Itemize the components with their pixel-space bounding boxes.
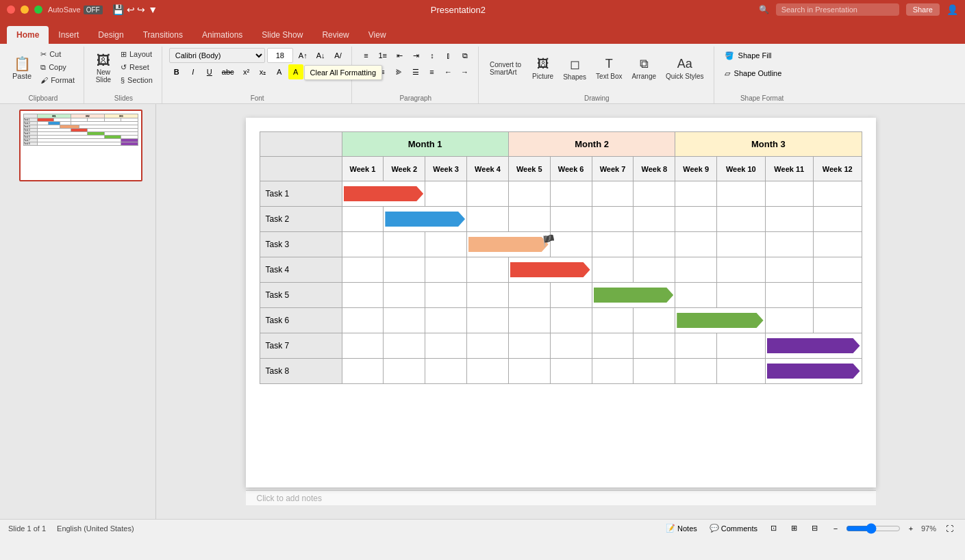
ltr-button[interactable]: → [458, 64, 473, 79]
decrease-indent-button[interactable]: ⇤ [392, 48, 407, 63]
vertical-align-button[interactable]: ≡ [425, 64, 440, 79]
format-button[interactable]: 🖌 Format [37, 74, 78, 86]
columns-button[interactable]: ⫿ [441, 48, 456, 63]
titlebar-left: AutoSave OFF 💾 ↩ ↪ ▼ [7, 4, 158, 15]
paste-button[interactable]: 📋 Paste [8, 48, 36, 89]
section-button[interactable]: § Section [117, 74, 156, 86]
tab-home[interactable]: Home [7, 26, 49, 44]
tab-review[interactable]: Review [312, 26, 358, 44]
clear-formatting-button[interactable]: A/ Clear All Formatting [331, 48, 346, 63]
slide-area: Month 1 Month 2 Month 3 Week 1 Week 2 We… [156, 104, 965, 519]
notes-button[interactable]: 📝 Notes [662, 522, 701, 535]
copy-button[interactable]: ⧉ Copy [37, 61, 78, 73]
close-button[interactable] [7, 5, 15, 14]
font-color-button[interactable]: A [272, 64, 287, 79]
picture-button[interactable]: 🖼 Picture [528, 48, 557, 89]
comments-button[interactable]: 💬 Comments [706, 522, 761, 535]
slide-canvas[interactable]: Month 1 Month 2 Month 3 Week 1 Week 2 We… [246, 118, 876, 487]
line-spacing-button[interactable]: ↕ [425, 48, 440, 63]
font-size-increase-button[interactable]: A↑ [295, 48, 311, 63]
language-info: English (United States) [57, 524, 134, 533]
cut-button[interactable]: ✂ Cut [37, 48, 78, 60]
week12-header: Week 12 [813, 157, 862, 181]
new-slide-button[interactable]: 🖼 NewSlide [91, 48, 116, 89]
reset-button[interactable]: ↺ Reset [117, 61, 156, 73]
grid-view-button[interactable]: ⊞ [787, 521, 802, 536]
comments-icon: 💬 [710, 524, 719, 533]
picture-label: Picture [532, 73, 553, 80]
cut-label: Cut [49, 50, 61, 58]
shape-outline-button[interactable]: ▱ Shape Outline [721, 66, 803, 81]
notes-area[interactable]: Click to add notes [246, 490, 876, 505]
shape-fill-button[interactable]: 🪣 Shape Fill [721, 48, 803, 63]
picture-icon: 🖼 [537, 57, 549, 71]
maximize-button[interactable] [34, 5, 42, 14]
zoom-slider[interactable] [846, 523, 901, 534]
account-icon[interactable]: 👤 [947, 4, 958, 15]
subscript-button[interactable]: x₂ [255, 64, 271, 79]
quickstyles-label: Quick Styles [666, 73, 704, 80]
tab-animations[interactable]: Animations [192, 26, 252, 44]
superscript-button[interactable]: x² [239, 64, 254, 79]
italic-button[interactable]: I [186, 64, 201, 79]
paste-icon: 📋 [14, 57, 31, 71]
arrange-button[interactable]: ⧉ Arrange [627, 48, 660, 89]
layout-button[interactable]: ⊞ Layout [117, 48, 156, 60]
week4-header: Week 4 [467, 157, 509, 181]
increase-indent-button[interactable]: ⇥ [408, 48, 423, 63]
minimize-button[interactable] [21, 5, 29, 14]
tab-design[interactable]: Design [88, 26, 133, 44]
justify-button[interactable]: ☰ [408, 64, 423, 79]
clear-icon: A/ [334, 51, 341, 60]
task2-name: Task 2 [260, 207, 342, 232]
autosave-toggle[interactable]: OFF [84, 5, 103, 14]
textbox-label: Text Box [596, 73, 622, 80]
bullets-button[interactable]: ≡ [359, 48, 374, 63]
tab-insert[interactable]: Insert [49, 26, 88, 44]
font-size-input[interactable] [267, 48, 293, 63]
fit-window-button[interactable]: ⛶ [942, 521, 957, 536]
textbox-button[interactable]: T Text Box [592, 48, 626, 89]
zoom-out-button[interactable]: − [828, 521, 843, 536]
slide-thumbnail-1[interactable]: 1 M1 M2 M3 Task 1 [5, 110, 150, 181]
rtl-button[interactable]: ← [441, 64, 456, 79]
font-size-decrease-button[interactable]: A↓ [313, 48, 329, 63]
task5-row: Task 5 [260, 283, 862, 308]
week9-header: Week 9 [675, 157, 717, 181]
task5-name: Task 5 [260, 283, 342, 308]
tab-transitions[interactable]: Transitions [134, 26, 192, 44]
zoom-in-button[interactable]: + [903, 521, 918, 536]
zoom-level: 97% [921, 524, 936, 533]
shape-outline-label: Shape Outline [734, 69, 782, 77]
reset-label: Reset [129, 63, 149, 71]
tab-slideshow[interactable]: Slide Show [252, 26, 312, 44]
strikethrough-button[interactable]: abc [218, 64, 238, 79]
task3-bar: 🏴 [467, 232, 551, 257]
fill-icon: 🪣 [725, 51, 734, 60]
week11-header: Week 11 [765, 157, 813, 181]
share-button[interactable]: Share [906, 3, 940, 16]
shapes-button[interactable]: ◻ Shapes [559, 48, 590, 89]
underline-button[interactable]: U [202, 64, 217, 79]
cut-icon: ✂ [40, 50, 47, 59]
search-input[interactable] [776, 3, 899, 16]
highlight-button[interactable]: A [288, 64, 303, 79]
titlebar-right: 🔍 Share 👤 [759, 3, 958, 16]
align-right-button[interactable]: ⫸ [392, 64, 407, 79]
bold-button[interactable]: B [169, 64, 184, 79]
numbering-button[interactable]: 1≡ [375, 48, 391, 63]
week10-header: Week 10 [717, 157, 765, 181]
reading-view-button[interactable]: ⊟ [807, 521, 823, 536]
task8-name: Task 8 [260, 359, 342, 384]
drawing-label: Drawing [584, 94, 610, 102]
normal-view-button[interactable]: ⊡ [766, 521, 781, 536]
smartart-button[interactable]: Convert to SmartArt [486, 48, 527, 89]
tab-view[interactable]: View [359, 26, 396, 44]
task5-bar [592, 283, 675, 308]
section-icon: § [121, 76, 125, 84]
quickstyles-button[interactable]: Aa Quick Styles [662, 48, 708, 89]
autosave-status: AutoSave OFF [48, 5, 103, 14]
font-name-select[interactable]: Calibri (Body) [169, 48, 265, 63]
smart-art-button[interactable]: ⧉ [458, 48, 473, 63]
copy-icon: ⧉ [40, 63, 46, 72]
